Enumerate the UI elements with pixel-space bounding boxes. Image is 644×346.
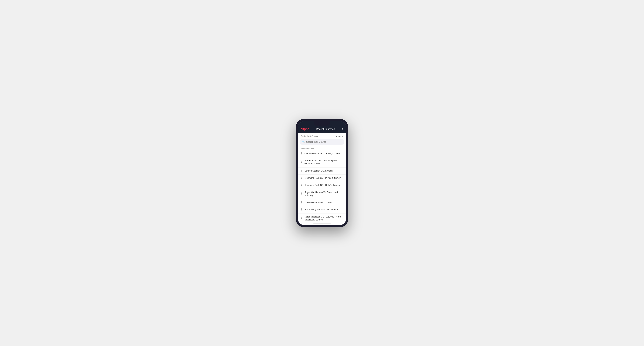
pin-icon xyxy=(301,177,303,180)
phone-notch xyxy=(314,121,330,126)
home-indicator xyxy=(298,222,346,225)
list-item[interactable]: Dukes Meadows GC, London xyxy=(298,199,346,206)
menu-icon[interactable]: ≡ xyxy=(342,128,343,131)
search-input[interactable] xyxy=(306,141,342,143)
course-name: North Middlesex GC (1011942 - North Midd… xyxy=(304,215,343,221)
nearby-label: Nearby courses xyxy=(298,146,346,150)
phone-screen: clippd Recent Searches ≡ Find a Golf Cou… xyxy=(298,121,346,225)
course-name: Roehampton Club - Roehampton, Greater Lo… xyxy=(304,159,343,166)
course-name: Richmond Park GC - Duke's, London xyxy=(304,184,340,187)
course-name: London Scottish GC, London xyxy=(304,170,333,173)
find-label: Find a Golf Course xyxy=(301,135,318,138)
search-container: 🔍 xyxy=(298,139,346,146)
list-item[interactable]: Central London Golf Centre, London xyxy=(298,150,346,157)
list-item[interactable]: Richmond Park GC - Prince's, Surrey xyxy=(298,175,346,182)
content-area: Find a Golf Course Cancel 🔍 Nearby cours… xyxy=(298,133,346,222)
pin-icon xyxy=(301,161,303,164)
course-name: Dukes Meadows GC, London xyxy=(304,201,333,204)
find-header: Find a Golf Course Cancel xyxy=(298,133,346,139)
pin-icon xyxy=(301,170,303,173)
search-icon: 🔍 xyxy=(302,141,305,143)
home-bar xyxy=(313,223,331,223)
app-logo: clippd xyxy=(301,127,310,131)
pin-icon xyxy=(301,217,303,220)
pin-icon xyxy=(301,184,303,187)
list-item[interactable]: Royal Wimbledon GC, Great London Authori… xyxy=(298,189,346,199)
list-item[interactable]: Richmond Park GC - Duke's, London xyxy=(298,182,346,189)
course-list: Central London Golf Centre, London Roeha… xyxy=(298,150,346,222)
list-item[interactable]: North Middlesex GC (1011942 - North Midd… xyxy=(298,213,346,222)
phone-device: clippd Recent Searches ≡ Find a Golf Cou… xyxy=(296,119,348,227)
course-name: Richmond Park GC - Prince's, Surrey xyxy=(304,176,341,180)
course-name: Brent Valley Municipal GC, London xyxy=(304,208,338,211)
course-name: Royal Wimbledon GC, Great London Authori… xyxy=(304,191,343,197)
list-item[interactable]: London Scottish GC, London xyxy=(298,168,346,175)
pin-icon xyxy=(301,152,303,155)
list-item[interactable]: Roehampton Club - Roehampton, Greater Lo… xyxy=(298,157,346,168)
nav-title: Recent Searches xyxy=(316,128,335,130)
search-box[interactable]: 🔍 xyxy=(300,139,344,145)
list-item[interactable]: Brent Valley Municipal GC, London xyxy=(298,206,346,213)
cancel-button[interactable]: Cancel xyxy=(336,135,343,138)
pin-icon xyxy=(301,208,303,211)
pin-icon xyxy=(301,192,303,195)
nearby-section: Nearby courses Central London Golf Centr… xyxy=(298,146,346,222)
course-name: Central London Golf Centre, London xyxy=(304,152,340,155)
pin-icon xyxy=(301,201,303,204)
